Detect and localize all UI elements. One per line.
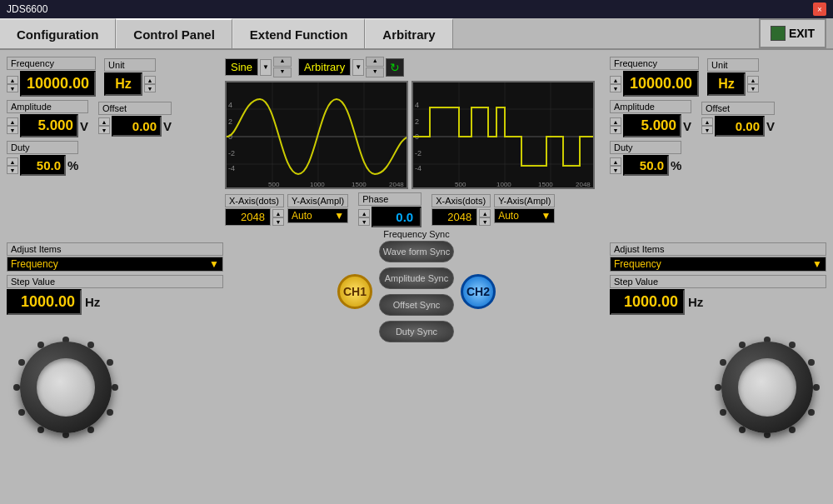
right-duty-spinner[interactable]: ▲ ▼ xyxy=(610,157,621,174)
left-offset-display: 0.00 xyxy=(112,116,162,137)
arbitrary-select[interactable]: Arbitrary xyxy=(298,58,351,76)
yaxis2-select[interactable]: Auto ▼ xyxy=(494,208,555,223)
xaxis1-spinner[interactable]: ▲ ▼ xyxy=(272,209,284,226)
arb-num-up[interactable]: ▲ xyxy=(366,57,384,67)
arb-num-down[interactable]: ▼ xyxy=(366,67,384,77)
right-step-field: Step Value 1000.00 Hz xyxy=(610,275,826,315)
svg-point-4 xyxy=(107,409,113,416)
arbitrary-graph: 4 2 0 -2 -4 500 1000 1500 2048 xyxy=(412,81,595,189)
xaxis2-label: X-Axis(dots) xyxy=(431,194,491,207)
sine-select[interactable]: Sine xyxy=(225,58,258,76)
right-amp-row: Amplitude ▲ ▼ 5.000 V Offset ▲ xyxy=(610,100,826,137)
left-freq-down: ▼ xyxy=(7,84,18,92)
left-step-field: Step Value 1000.00 Hz xyxy=(7,275,223,315)
svg-text:1500: 1500 xyxy=(352,181,367,188)
offset-sync-btn[interactable]: Offset Sync xyxy=(379,294,454,316)
sine-num-down[interactable]: ▼ xyxy=(273,67,292,77)
exit-button[interactable]: EXIT xyxy=(759,18,826,48)
left-knob-body[interactable] xyxy=(20,342,112,433)
ch2-button[interactable]: CH2 xyxy=(461,274,496,309)
right-duty-field: Duty ▲ ▼ 50.0 % xyxy=(610,141,681,176)
right-freq-display: 10000.00 xyxy=(623,71,699,97)
phase-spinner[interactable]: ▲ ▼ xyxy=(358,209,370,226)
tab-extend-function[interactable]: Extend Function xyxy=(232,18,366,48)
tab-configuration[interactable]: Configuration xyxy=(0,18,116,48)
yaxis1-select[interactable]: Auto ▼ xyxy=(287,208,348,223)
left-offset-spinner[interactable]: ▲ ▼ xyxy=(98,117,110,134)
amp-sync-btn[interactable]: Amplitude Sync xyxy=(379,267,454,289)
left-amp-row: Amplitude ▲ ▼ 5.000 V Offset ▲ xyxy=(7,100,223,137)
right-knob[interactable] xyxy=(713,333,821,442)
left-channel: Frequency ▲ ▼ 10000.00 Unit Hz ▲ xyxy=(7,57,223,315)
right-offset-unit: V xyxy=(766,119,775,133)
right-duty-row: Duty ▲ ▼ 50.0 % xyxy=(610,141,826,176)
left-adjust-label: Adjust Items xyxy=(7,242,223,256)
tab-control-panel[interactable]: Control Panel xyxy=(116,18,232,48)
left-unit-label: Unit xyxy=(104,58,156,72)
right-freq-label: Frequency xyxy=(610,57,699,70)
left-unit-field: Unit Hz ▲ ▼ xyxy=(104,58,156,96)
refresh-btn[interactable]: ↻ xyxy=(386,58,404,77)
xaxis2-spinner[interactable]: ▲ ▼ xyxy=(479,209,491,226)
left-unit-display: Hz xyxy=(104,72,142,96)
left-unit-up: ▲ xyxy=(144,76,156,84)
left-offset-label: Offset xyxy=(98,102,172,115)
left-freq-row: Frequency ▲ ▼ 10000.00 Unit Hz ▲ xyxy=(7,57,223,97)
left-bottom-controls: Adjust Items Frequency ▼ Step Value 1000… xyxy=(7,242,223,315)
right-unit-spinner[interactable]: ▲ ▼ xyxy=(747,76,759,92)
main-content: Configuration Control Panel Extend Funct… xyxy=(0,18,833,504)
right-duty-unit: % xyxy=(671,158,681,172)
waveform-row: Sine ▼ ▲ ▼ Arbitrary ▼ ▲ ▼ xyxy=(225,57,608,77)
left-adjust-select[interactable]: Frequency ▼ xyxy=(7,257,223,272)
svg-point-9 xyxy=(13,384,20,391)
sync-area: CH1 Wave form Sync Amplitude Sync Offset… xyxy=(225,241,608,342)
left-freq-up: ▲ xyxy=(7,76,18,84)
left-freq-field: Frequency ▲ ▼ 10000.00 xyxy=(7,57,96,97)
left-knob[interactable] xyxy=(12,333,120,442)
svg-point-46 xyxy=(808,409,815,416)
close-button[interactable]: × xyxy=(813,2,826,16)
ch1-button[interactable]: CH1 xyxy=(337,274,372,309)
arbitrary-graph-svg: 4 2 0 -2 -4 500 1000 1500 2048 xyxy=(413,82,595,189)
left-amp-spinner[interactable]: ▲ ▼ xyxy=(7,117,18,134)
left-adjust-field: Adjust Items Frequency ▼ xyxy=(7,242,223,272)
xaxis1-label: X-Axis(dots) xyxy=(225,194,284,207)
yaxis2-label: Y-Axis(Ampl) xyxy=(494,194,555,207)
svg-text:2048: 2048 xyxy=(389,181,404,188)
wave-sync-btn[interactable]: Wave form Sync xyxy=(379,241,454,262)
left-offset-unit: V xyxy=(163,119,172,133)
arbitrary-dropdown[interactable]: ▼ xyxy=(352,59,364,76)
right-freq-row: Frequency ▲ ▼ 10000.00 Unit Hz ▲ xyxy=(610,57,826,97)
left-offset-field: Offset ▲ ▼ 0.00 V xyxy=(98,102,172,137)
tab-arbitrary[interactable]: Arbitrary xyxy=(365,18,452,48)
left-step-display: 1000.00 xyxy=(7,289,82,315)
sine-selector: Sine ▼ ▲ ▼ xyxy=(225,57,292,77)
exit-label: EXIT xyxy=(789,27,815,40)
sync-buttons: Wave form Sync Amplitude Sync Offset Syn… xyxy=(379,241,454,342)
yaxis1-field: Y-Axis(Ampl) Auto ▼ xyxy=(287,194,348,226)
refresh-icon: ↻ xyxy=(390,61,400,74)
duty-sync-btn[interactable]: Duty Sync xyxy=(379,321,454,342)
right-knob-body[interactable] xyxy=(721,342,813,433)
sine-label: Sine xyxy=(231,61,252,73)
right-offset-display: 0.00 xyxy=(715,116,765,137)
right-offset-spinner[interactable]: ▲ ▼ xyxy=(701,117,713,134)
right-freq-spinner[interactable]: ▲ ▼ xyxy=(610,76,621,92)
right-amp-spinner[interactable]: ▲ ▼ xyxy=(610,117,621,134)
svg-point-10 xyxy=(18,359,25,366)
sine-dropdown[interactable]: ▼ xyxy=(260,59,272,76)
left-axis-controls: X-Axis(dots) 2048 ▲ ▼ Y-Axis(Ampl) Au xyxy=(225,194,348,226)
sine-num-up[interactable]: ▲ xyxy=(273,57,292,67)
right-unit-display: Hz xyxy=(707,72,746,96)
right-adjust-select[interactable]: Frequency ▼ xyxy=(610,257,826,272)
left-freq-spinner[interactable]: ▲ ▼ xyxy=(7,76,18,92)
axis-row: X-Axis(dots) 2048 ▲ ▼ Y-Axis(Ampl) Au xyxy=(225,192,608,227)
left-freq-display: 10000.00 xyxy=(20,71,96,97)
app-title: JDS6600 xyxy=(7,3,813,15)
left-unit-spinner[interactable]: ▲ ▼ xyxy=(144,76,156,92)
svg-text:-2: -2 xyxy=(228,149,235,157)
yaxis1-label: Y-Axis(Ampl) xyxy=(287,194,348,207)
right-duty-display: 50.0 xyxy=(623,155,669,176)
left-duty-spinner[interactable]: ▲ ▼ xyxy=(7,157,18,174)
sine-graph: 4 2 0 -2 -4 500 1000 1500 2048 xyxy=(225,81,408,189)
